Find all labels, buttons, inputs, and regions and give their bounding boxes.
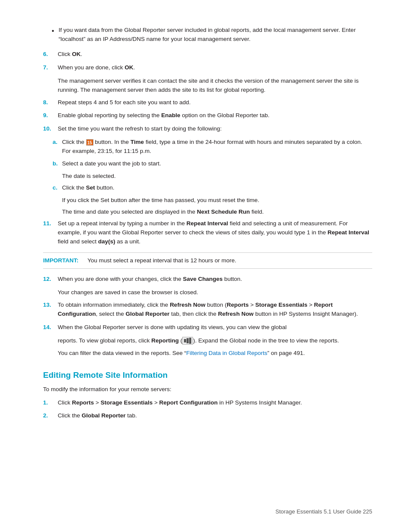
filtering-link[interactable]: Filtering Data in Global Reports [186,350,267,356]
step-8: 8. Repeat steps 4 and 5 for each site yo… [43,98,372,107]
step-10a-label: a. [53,138,62,156]
section-step-1: 1. Click Reports > Storage Essentials > … [43,398,372,408]
step-11: 11. Set up a repeat interval by typing a… [43,219,372,246]
step-10a-text: Click the 15 button. In the Time field, … [62,138,372,156]
step-14-continued: reports. To view global reports, click R… [43,336,372,345]
bullet-item: • If you want data from the Global Repor… [52,26,372,44]
page-footer: Storage Essentials 5.1 User Guide 225 [275,508,372,515]
step-10b: b. Select a date you want the job to sta… [53,159,372,168]
step-13-label: 13. [43,301,58,319]
steps-list-2: 12. When you are done with your changes,… [43,275,372,358]
step-10-subs: a. Click the 15 button. In the Time fiel… [43,138,372,216]
bullet-text: If you want data from the Global Reporte… [59,26,372,44]
step-9-text: Enable global reporting by selecting the… [58,111,372,120]
step-10c-text: Click the Set button. [62,184,372,193]
section-step-1-label: 1. [43,398,58,408]
step-10-label: 10. [43,124,58,134]
step-10-text: Set the time you want the refresh to sta… [58,124,372,134]
step-10c-label: c. [53,184,62,193]
section-step-2-text: Click the Global Reporter tab. [58,411,372,420]
important-label: IMPORTANT: [43,256,84,265]
step-9: 9. Enable global reporting by selecting … [43,111,372,120]
step-13-text: To obtain information immediately, click… [58,301,372,319]
section-intro: To modify the information for your remot… [43,385,372,394]
step-7-text: When you are done, click OK. [58,63,372,72]
reporting-icon [182,337,193,345]
step-7: 7. When you are done, click OK. [43,63,372,72]
step-13: 13. To obtain information immediately, c… [43,301,372,319]
step-12-label: 12. [43,275,58,284]
step-14-subtext: You can filter the data viewed in the re… [43,349,372,358]
step-10a: a. Click the 15 button. In the Time fiel… [53,138,372,156]
step-14-text: When the Global Reporter server is done … [58,323,372,332]
step-6-text: Click OK. [58,50,372,59]
page-content: • If you want data from the Global Repor… [0,0,411,532]
step-6-label: 6. [43,50,58,59]
section-step-2-label: 2. [43,411,58,420]
step-10b-label: b. [53,159,62,168]
calendar-icon: 15 [86,139,93,146]
step-10b-text: Select a date you want the job to start. [62,159,372,168]
steps-list: 6. Click OK. 7. When you are done, click… [43,50,372,246]
step-7-label: 7. [43,63,58,72]
step-10b-note: The date is selected. [53,172,372,181]
section-heading: Editing Remote Site Information [43,370,372,381]
step-9-label: 9. [43,111,58,120]
step-7-subtext: The management server verifies it can co… [43,77,372,95]
step-11-label: 11. [43,219,58,246]
bullet-dot: • [52,26,59,44]
step-14: 14. When the Global Reporter server is d… [43,323,372,332]
step-10c-note1: If you click the Set button after the ti… [53,196,372,205]
step-10: 10. Set the time you want the refresh to… [43,124,372,134]
step-6: 6. Click OK. [43,50,372,59]
step-14-label: 14. [43,323,58,332]
section-step-1-text: Click Reports > Storage Essentials > Rep… [58,398,372,408]
step-12-subtext: Your changes are saved in case the brows… [43,288,372,297]
section-step-2: 2. Click the Global Reporter tab. [43,411,372,420]
step-12-text: When you are done with your changes, cli… [58,275,372,284]
important-box: IMPORTANT: You must select a repeat inte… [43,252,372,269]
step-8-text: Repeat steps 4 and 5 for each site you w… [58,98,372,107]
section-steps: 1. Click Reports > Storage Essentials > … [43,398,372,421]
step-12: 12. When you are done with your changes,… [43,275,372,284]
step-10c-note2: The time and date you selected are displ… [53,208,372,217]
step-10c: c. Click the Set button. [53,184,372,193]
step-8-label: 8. [43,98,58,107]
step-11-text: Set up a repeat interval by typing a num… [58,219,372,246]
footer-text: Storage Essentials 5.1 User Guide 225 [275,508,372,515]
bullet-section: • If you want data from the Global Repor… [43,26,372,44]
important-text: You must select a repeat interval that i… [87,256,236,265]
